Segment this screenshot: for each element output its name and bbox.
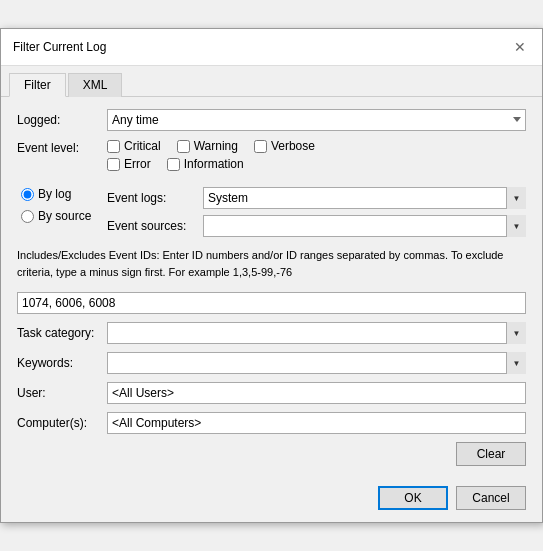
checkboxes-row-2: Error Information [107,157,526,171]
task-category-dropdown-arrow[interactable]: ▼ [506,322,526,344]
event-logs-dropdown-arrow[interactable]: ▼ [506,187,526,209]
ok-button[interactable]: OK [378,486,448,510]
title-bar: Filter Current Log ✕ [1,29,542,66]
event-sources-wrapper: ▼ [203,215,526,237]
tab-xml[interactable]: XML [68,73,123,97]
log-source-section: By log By source Event logs: System ▼ [17,187,526,237]
by-source-label: By source [38,209,91,223]
warning-checkbox[interactable] [177,140,190,153]
dialog-title: Filter Current Log [13,40,106,54]
checkbox-critical[interactable]: Critical [107,139,161,153]
checkbox-error[interactable]: Error [107,157,151,171]
event-sources-dropdown-arrow[interactable]: ▼ [506,215,526,237]
filter-dialog: Filter Current Log ✕ Filter XML Logged: … [0,28,543,523]
action-buttons: OK Cancel [17,478,526,510]
description-text: Includes/Excludes Event IDs: Enter ID nu… [17,243,526,284]
cancel-button[interactable]: Cancel [456,486,526,510]
critical-label: Critical [124,139,161,153]
keywords-select[interactable] [107,352,526,374]
radio-by-source[interactable]: By source [21,209,107,223]
error-checkbox[interactable] [107,158,120,171]
event-ids-row [17,292,526,314]
task-category-wrapper: ▼ [107,322,526,344]
error-label: Error [124,157,151,171]
event-logs-select[interactable]: System [203,187,526,209]
event-ids-input[interactable] [17,292,526,314]
user-input[interactable] [107,382,526,404]
task-category-row: Task category: ▼ [17,322,526,344]
clear-row: Clear [17,442,526,466]
warning-label: Warning [194,139,238,153]
information-checkbox[interactable] [167,158,180,171]
keywords-row: Keywords: ▼ [17,352,526,374]
by-log-radio[interactable] [21,188,34,201]
computers-label: Computer(s): [17,416,107,430]
event-logs-wrapper: System ▼ [203,187,526,209]
event-sources-row: Event sources: ▼ [107,215,526,237]
user-row: User: [17,382,526,404]
checkbox-warning[interactable]: Warning [177,139,238,153]
keywords-label: Keywords: [17,356,107,370]
computers-input[interactable] [107,412,526,434]
radio-group: By log By source [17,187,107,237]
event-sources-select[interactable] [203,215,526,237]
user-label: User: [17,386,107,400]
verbose-checkbox[interactable] [254,140,267,153]
checkbox-verbose[interactable]: Verbose [254,139,315,153]
event-level-checkboxes: Critical Warning Verbose Error [107,139,526,171]
event-logs-row: Event logs: System ▼ [107,187,526,209]
event-level-row: Event level: Critical Warning Verbose [17,139,526,171]
task-category-label: Task category: [17,326,107,340]
checkboxes-row-1: Critical Warning Verbose [107,139,526,153]
keywords-dropdown-arrow[interactable]: ▼ [506,352,526,374]
verbose-label: Verbose [271,139,315,153]
task-category-select[interactable] [107,322,526,344]
critical-checkbox[interactable] [107,140,120,153]
tabs-bar: Filter XML [1,66,542,97]
logged-select[interactable]: Any time Last hour Last 12 hours Last 24… [107,109,526,131]
event-level-label: Event level: [17,139,107,155]
by-log-label: By log [38,187,71,201]
radio-by-log[interactable]: By log [21,187,107,201]
tab-filter[interactable]: Filter [9,73,66,97]
information-label: Information [184,157,244,171]
clear-button[interactable]: Clear [456,442,526,466]
close-button[interactable]: ✕ [510,37,530,57]
radio-options: By log By source [17,187,107,223]
right-fields: Event logs: System ▼ Event sources: [107,187,526,237]
event-sources-label: Event sources: [107,219,197,233]
checkbox-information[interactable]: Information [167,157,244,171]
logged-label: Logged: [17,113,107,127]
event-logs-label: Event logs: [107,191,197,205]
by-source-radio[interactable] [21,210,34,223]
dialog-body: Logged: Any time Last hour Last 12 hours… [1,97,542,522]
logged-row: Logged: Any time Last hour Last 12 hours… [17,109,526,131]
computers-row: Computer(s): [17,412,526,434]
keywords-wrapper: ▼ [107,352,526,374]
